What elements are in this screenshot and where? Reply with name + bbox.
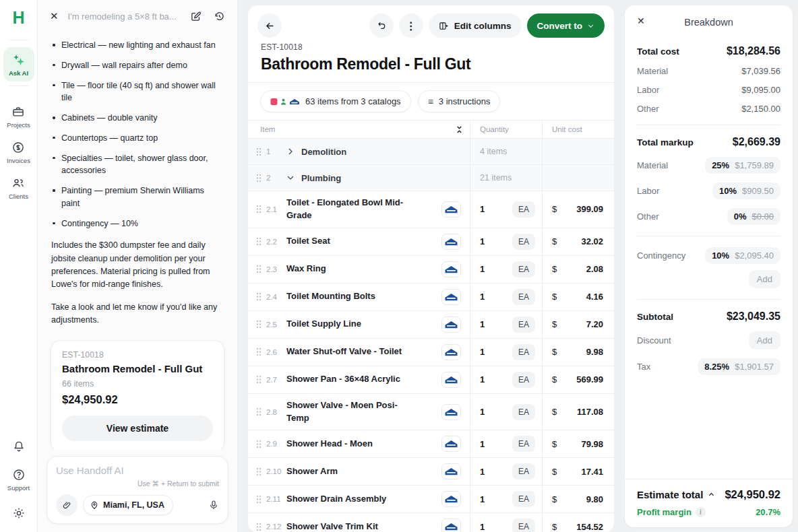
- item-name[interactable]: Shower Valve - Moen Posi-Temp: [286, 399, 404, 425]
- view-estimate-button[interactable]: View estimate: [62, 415, 213, 441]
- unit-cost-value[interactable]: 117.08: [577, 407, 603, 417]
- group-row-plumbing[interactable]: 2 Plumbing 21 items: [248, 165, 614, 191]
- quantity-value[interactable]: 1: [480, 467, 485, 477]
- column-header-quantity[interactable]: Quantity: [470, 121, 542, 138]
- chevron-up-icon[interactable]: [708, 491, 715, 498]
- item-name[interactable]: Toilet Supply Line: [286, 318, 361, 331]
- quantity-value[interactable]: 1: [480, 522, 485, 532]
- handoff-logo[interactable]: H: [12, 9, 24, 26]
- more-options-button[interactable]: ⋮: [399, 13, 423, 38]
- unit-cost-value[interactable]: 4.16: [586, 292, 603, 302]
- unit-badge[interactable]: EA: [512, 234, 535, 250]
- markup-other-pill[interactable]: 0% $0.00: [727, 208, 780, 225]
- sidebar-item-projects[interactable]: Projects: [7, 105, 30, 129]
- table-row[interactable]: 2.5 Toilet Supply Line 1 EA $: [248, 311, 614, 339]
- drag-handle-icon[interactable]: [256, 237, 262, 246]
- sidebar-item-notifications[interactable]: [12, 440, 26, 453]
- drag-handle-icon[interactable]: [256, 347, 262, 356]
- drag-handle-icon[interactable]: [256, 407, 262, 416]
- table-row[interactable]: 2.9 Shower Head - Moen 1 EA $: [248, 430, 614, 458]
- table-row[interactable]: 2.7 Shower Pan - 36×48 Acrylic 1 EA: [248, 366, 614, 394]
- unit-cost-value[interactable]: 17.41: [581, 467, 603, 477]
- item-name[interactable]: Wax Ring: [286, 263, 326, 275]
- chat-thread-title[interactable]: I'm remodeling a 5×8 ft ba...: [68, 11, 178, 22]
- table-row[interactable]: 2.11 Shower Drain Assembly 1 EA: [248, 486, 614, 513]
- quantity-value[interactable]: 1: [480, 292, 485, 302]
- instructions-pill[interactable]: ≡ 3 instructions: [418, 90, 501, 112]
- info-icon[interactable]: i: [696, 507, 706, 517]
- ai-prompt-input[interactable]: [56, 465, 219, 476]
- table-row[interactable]: 2.2 Toilet Seat 1 EA $: [248, 228, 614, 256]
- unit-cost-value[interactable]: 154.52: [576, 522, 603, 532]
- sidebar-item-clients[interactable]: Clients: [9, 176, 28, 200]
- column-header-item[interactable]: Item: [260, 125, 275, 133]
- drag-handle-icon[interactable]: [256, 495, 262, 504]
- item-name[interactable]: Shower Valve Trim Kit: [286, 521, 378, 532]
- close-icon[interactable]: ✕: [50, 10, 59, 22]
- chevron-down-icon[interactable]: [286, 174, 301, 182]
- drag-handle-icon[interactable]: [256, 147, 262, 156]
- unit-badge[interactable]: EA: [512, 436, 535, 452]
- sidebar-item-ask-ai[interactable]: Ask AI: [3, 47, 34, 81]
- unit-cost-value[interactable]: 399.09: [576, 204, 603, 214]
- table-row[interactable]: 2.8 Shower Valve - Moen Posi-Temp 1 EA: [248, 394, 614, 431]
- estimate-preview-card[interactable]: EST-10018 Bathroom Remodel - Full Gut 66…: [51, 341, 224, 450]
- unit-badge[interactable]: EA: [512, 491, 535, 507]
- table-row[interactable]: 2.12 Shower Valve Trim Kit 1 EA: [248, 513, 614, 532]
- quantity-value[interactable]: 1: [480, 236, 485, 246]
- unit-cost-value[interactable]: 9.80: [586, 494, 603, 504]
- unit-badge[interactable]: EA: [512, 289, 535, 305]
- close-icon[interactable]: ✕: [637, 15, 645, 26]
- unit-cost-value[interactable]: 7.20: [586, 319, 603, 329]
- table-row[interactable]: 2.3 Wax Ring 1 EA $: [248, 256, 614, 284]
- sidebar-item-invoices[interactable]: Invoices: [7, 141, 30, 164]
- quantity-value[interactable]: 1: [480, 439, 485, 449]
- drag-handle-icon[interactable]: [256, 292, 262, 301]
- unit-cost-value[interactable]: 9.98: [586, 347, 603, 357]
- item-name[interactable]: Toilet Mounting Bolts: [286, 290, 375, 303]
- unit-badge[interactable]: EA: [512, 344, 535, 360]
- item-name[interactable]: Shower Drain Assembly: [286, 493, 386, 506]
- chevron-right-icon[interactable]: [286, 147, 301, 156]
- column-header-unit-cost[interactable]: Unit cost: [542, 121, 614, 138]
- quantity-value[interactable]: 1: [480, 494, 485, 504]
- item-name[interactable]: Shower Pan - 36×48 Acrylic: [286, 373, 400, 386]
- unit-cost-value[interactable]: 569.99: [576, 374, 603, 385]
- unit-badge[interactable]: EA: [512, 463, 535, 479]
- group-row-demolition[interactable]: 1 Demolition 4 items: [248, 139, 614, 165]
- item-name[interactable]: Water Shut-off Valve - Toilet: [286, 345, 402, 358]
- table-row[interactable]: 2.6 Water Shut-off Valve - Toilet 1 EA: [248, 339, 614, 366]
- unit-cost-value[interactable]: 79.98: [581, 439, 603, 449]
- item-name[interactable]: Shower Arm: [286, 465, 338, 478]
- tax-pill[interactable]: 8.25% $1,901.57: [698, 358, 780, 375]
- sidebar-item-settings[interactable]: [12, 506, 26, 520]
- drag-handle-icon[interactable]: [256, 174, 262, 182]
- drag-handle-icon[interactable]: [256, 440, 262, 448]
- item-name[interactable]: Toilet Seat: [286, 235, 330, 248]
- new-chat-icon[interactable]: [190, 11, 202, 22]
- quantity-value[interactable]: 1: [480, 347, 485, 357]
- history-icon[interactable]: [214, 11, 225, 22]
- unit-badge[interactable]: EA: [512, 201, 535, 218]
- convert-to-button[interactable]: Convert to: [527, 13, 605, 38]
- chat-input-card[interactable]: Use ⌘ + Return to submit Miami, FL, USA: [47, 456, 228, 524]
- table-row[interactable]: 2.4 Toilet Mounting Bolts 1 EA: [248, 284, 614, 311]
- item-name[interactable]: Shower Head - Moen: [286, 438, 373, 451]
- quantity-value[interactable]: 1: [480, 319, 485, 329]
- drag-handle-icon[interactable]: [256, 523, 262, 531]
- table-row[interactable]: 2.1 Toilet - Elongated Bowl Mid-Grade 1 …: [248, 191, 614, 228]
- quantity-value[interactable]: 1: [480, 407, 485, 417]
- unit-cost-value[interactable]: 2.08: [586, 264, 603, 274]
- undo-button[interactable]: [369, 13, 394, 38]
- unit-badge[interactable]: EA: [512, 519, 535, 532]
- drag-handle-icon[interactable]: [256, 205, 262, 213]
- discount-add-button[interactable]: Add: [749, 331, 780, 350]
- catalogs-pill[interactable]: 63 items from 3 catalogs: [260, 90, 411, 112]
- unit-cost-value[interactable]: 32.02: [581, 236, 603, 246]
- drag-handle-icon[interactable]: [256, 467, 262, 476]
- edit-columns-button[interactable]: Edit columns: [429, 13, 522, 38]
- location-selector[interactable]: Miami, FL, USA: [83, 495, 173, 515]
- quantity-value[interactable]: 1: [480, 264, 485, 274]
- mic-button[interactable]: [208, 500, 219, 510]
- quantity-value[interactable]: 1: [480, 374, 485, 385]
